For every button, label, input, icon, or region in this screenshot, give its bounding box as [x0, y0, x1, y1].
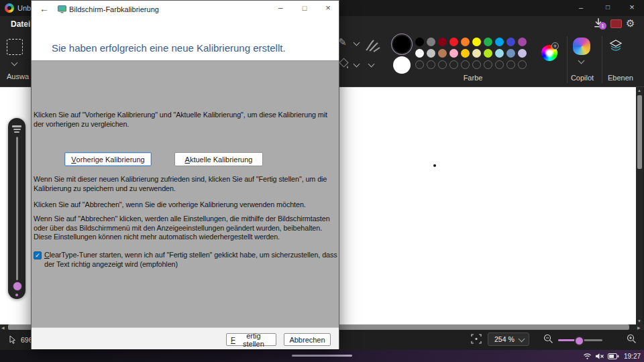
scroll-down-icon[interactable]: ▼ [637, 318, 641, 324]
wifi-icon[interactable] [583, 353, 592, 360]
dialog-paragraph: Klicken Sie auf "Abbrechen", wenn Sie di… [34, 200, 337, 210]
taskbar: 19:27 [0, 350, 644, 362]
close-icon[interactable]: × [318, 1, 338, 15]
current-calibration-button[interactable]: Aktuelle Kalibrierung [174, 152, 263, 166]
palette-empty-slot[interactable] [461, 60, 470, 69]
notification-badge: 1 [599, 22, 606, 29]
previous-calibration-button[interactable]: Vorherige Kalibrierung [64, 152, 152, 166]
palette-empty-slot[interactable] [484, 60, 492, 69]
palette-empty-slot[interactable] [506, 60, 515, 69]
foreground-color-swatch[interactable] [393, 36, 411, 53]
chevron-down-icon[interactable] [11, 60, 18, 66]
calibration-dialog: ← Bildschirm-Farbkalibrierung – □ × Sie … [31, 0, 339, 349]
layers-icon[interactable] [608, 38, 624, 54]
palette-empty-slot[interactable] [472, 60, 481, 69]
finish-button[interactable]: Fertig stellen [226, 333, 276, 346]
palette-color-swatch[interactable] [506, 49, 515, 58]
minimize-icon[interactable]: – [270, 1, 290, 15]
color-section-label: Farbe [415, 74, 531, 82]
palette-color-swatch[interactable] [518, 49, 527, 58]
cleartype-checkbox[interactable]: ✓ [34, 251, 42, 259]
chevron-down-icon[interactable] [368, 61, 375, 68]
palette-color-swatch[interactable] [518, 38, 527, 46]
fit-to-screen-icon[interactable] [471, 334, 482, 344]
palette-row-empty [415, 60, 527, 69]
palette-color-swatch[interactable] [449, 49, 458, 58]
palette-color-swatch[interactable] [484, 49, 492, 58]
battery-icon[interactable] [608, 353, 619, 360]
cleartype-checkbox-label[interactable]: ClearType-Tuner starten, wenn ich auf "F… [44, 251, 339, 269]
brushes-tool-icon[interactable] [364, 38, 381, 54]
cancel-button[interactable]: Abbrechen [284, 333, 331, 346]
palette-color-swatch[interactable] [495, 38, 504, 46]
palette-empty-slot[interactable] [518, 60, 527, 69]
thickness-slider-thumb[interactable] [13, 282, 22, 291]
canvas[interactable] [339, 87, 636, 324]
volume-muted-icon[interactable] [595, 353, 604, 360]
palette-color-swatch[interactable] [449, 38, 458, 46]
cursor-pointer-icon [9, 335, 16, 344]
settings-gear-icon[interactable]: ⚙ [626, 18, 635, 29]
zoom-slider-thumb[interactable] [574, 336, 584, 346]
dialog-footer: Fertig stellen Abbrechen [32, 327, 339, 349]
dialog-paragraph: Wenn Sie auf "Abbrechen" klicken, werden… [34, 215, 337, 242]
selection-tool-label: Auswa [7, 72, 29, 80]
palette-color-swatch[interactable] [484, 38, 492, 46]
zoom-level-dropdown[interactable]: 254 % [488, 333, 529, 346]
screen: Unbena – □ × Datei 1 ⚙ Auswa ✎ [0, 0, 644, 362]
add-color-plus-icon[interactable]: + [551, 42, 559, 50]
layers-label: Ebenen [602, 74, 639, 82]
palette-color-swatch[interactable] [438, 38, 447, 46]
chevron-down-icon[interactable] [354, 61, 360, 68]
dialog-title: Bildschirm-Farbkalibrierung [69, 5, 159, 13]
palette-color-swatch[interactable] [427, 49, 435, 58]
taskbar-center-indicator[interactable] [292, 355, 352, 357]
palette-color-swatch[interactable] [415, 49, 424, 58]
palette-color-swatch[interactable] [461, 38, 470, 46]
palette-empty-slot[interactable] [415, 60, 424, 69]
paint-mark-dot [433, 164, 436, 167]
palette-color-swatch[interactable] [506, 38, 515, 46]
thickness-slider-panel [8, 118, 25, 299]
selection-tool-icon[interactable] [7, 39, 23, 55]
palette-color-swatch[interactable] [472, 49, 481, 58]
calibration-app-icon [58, 5, 66, 13]
copilot-label: Copilot [566, 74, 599, 82]
chevron-down-icon[interactable] [578, 58, 585, 64]
thickness-slider-track[interactable] [16, 137, 18, 280]
palette-color-swatch[interactable] [495, 49, 504, 58]
taskbar-clock[interactable]: 19:27 [624, 353, 641, 360]
copilot-icon[interactable] [573, 38, 590, 55]
promo-icon[interactable] [610, 19, 622, 28]
palette-empty-slot[interactable] [449, 60, 458, 69]
zoom-level-value: 254 % [494, 335, 515, 343]
dialog-paragraph: Klicken Sie auf "Vorherige Kalibrierung"… [34, 111, 337, 129]
palette-empty-slot[interactable] [495, 60, 504, 69]
dialog-paragraph: Wenn Sie mit dieser neuen Kalibrierung z… [34, 175, 337, 193]
thickness-slider-dot [15, 294, 18, 296]
zoom-out-icon[interactable] [543, 334, 554, 345]
palette-color-swatch[interactable] [461, 49, 470, 58]
palette-color-swatch[interactable] [427, 38, 435, 46]
palette-row-1 [415, 38, 527, 46]
palette-color-swatch[interactable] [438, 49, 447, 58]
restore-icon[interactable]: □ [598, 0, 618, 15]
background-color-swatch[interactable] [393, 56, 411, 74]
palette-empty-slot[interactable] [427, 60, 435, 69]
scroll-up-icon[interactable]: ▲ [637, 88, 641, 93]
back-arrow-icon[interactable]: ← [40, 3, 49, 14]
palette-color-swatch[interactable] [472, 38, 481, 46]
palette-row-2 [415, 49, 527, 58]
palette-empty-slot[interactable] [438, 60, 447, 69]
maximize-icon[interactable]: □ [294, 1, 315, 15]
minimize-icon[interactable]: – [571, 0, 591, 15]
zoom-in-icon[interactable] [627, 334, 637, 345]
vertical-scrollbar-thumb[interactable] [637, 95, 642, 169]
palette-color-swatch[interactable] [415, 38, 424, 46]
close-icon[interactable]: × [622, 0, 642, 15]
thickness-icon [8, 118, 25, 133]
dialog-heading: Sie haben erfolgreich eine neue Kalibrie… [52, 42, 286, 54]
paint-logo-icon [5, 3, 14, 13]
chevron-down-icon[interactable] [354, 40, 360, 46]
